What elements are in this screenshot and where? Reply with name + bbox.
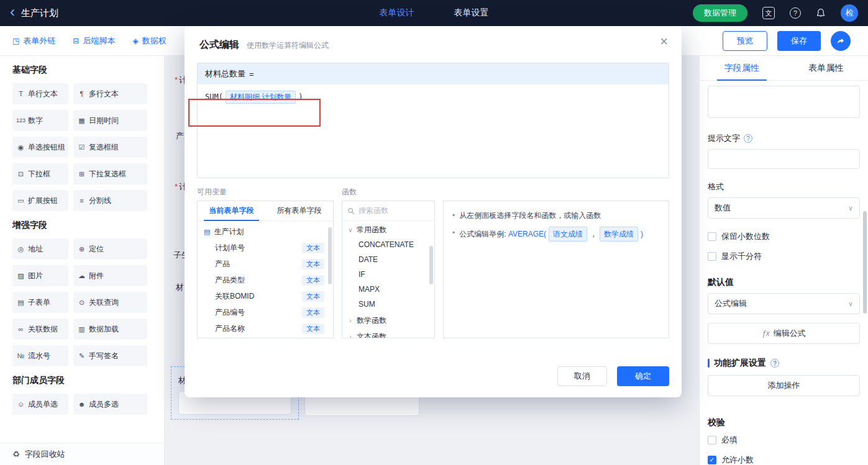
language-icon[interactable]: 文 — [762, 7, 775, 19]
confirm-button[interactable]: 确定 — [617, 366, 669, 386]
required-checkbox-row[interactable]: 必填 — [708, 435, 860, 446]
palette-item-attachment[interactable]: ☁附件 — [73, 265, 147, 286]
allow-decimal-label: 允许小数 — [721, 454, 754, 465]
recycle-bin-label: 字段回收站 — [25, 449, 65, 460]
function-item-if[interactable]: IF — [342, 267, 434, 282]
edit-formula-button[interactable]: ƒx 编辑公式 — [708, 323, 860, 344]
palette-item-signature[interactable]: ✎手写签名 — [73, 345, 147, 366]
variable-name: 产品 — [215, 259, 230, 269]
variable-row[interactable]: 产品文本 — [198, 256, 333, 272]
format-label: 格式 — [708, 181, 860, 192]
variable-name: 产品编号 — [215, 307, 245, 318]
tab-form-design[interactable]: 表单设计 — [380, 7, 414, 19]
variable-row[interactable]: 关联BOMID文本 — [198, 288, 333, 304]
palette-item-image[interactable]: ▨图片 — [12, 265, 68, 286]
variable-row[interactable]: 计划单号文本 — [198, 240, 333, 256]
function-group-math[interactable]: › 数学函数 — [342, 313, 434, 328]
description-box[interactable] — [708, 86, 860, 118]
functions-box: 搜索函数 ∨ 常用函数 CONCATENATE DATE IF MAPX SUM… — [342, 201, 435, 338]
tab-field-properties[interactable]: 字段属性 — [700, 56, 784, 80]
chevron-down-icon: ∨ — [848, 204, 853, 212]
thousand-separator-checkbox-row[interactable]: 显示千分符 — [708, 251, 860, 262]
tab-all-form-fields[interactable]: 所有表单字段 — [265, 201, 333, 220]
save-button[interactable]: 保存 — [777, 31, 821, 51]
palette-item-dropdown-multi[interactable]: ⊞下拉复选框 — [73, 163, 147, 184]
allow-decimal-checkbox[interactable] — [708, 456, 716, 464]
palette-item-label: 数据加载 — [89, 324, 119, 335]
cancel-button[interactable]: 取消 — [557, 366, 607, 386]
function-group-common[interactable]: ∨ 常用函数 — [342, 222, 434, 237]
caret-right-icon: › — [347, 333, 354, 339]
form-external-link-button[interactable]: ◳ 表单外链 — [12, 35, 55, 47]
user-avatar[interactable]: 检 — [841, 4, 858, 22]
palette-item-divider[interactable]: ≡分割线 — [73, 190, 147, 211]
thousand-separator-checkbox[interactable] — [708, 252, 716, 261]
close-icon[interactable]: × — [660, 35, 668, 48]
palette-item-label: 图片 — [28, 271, 43, 281]
variables-tree-root[interactable]: ▤ 生产计划 — [198, 223, 333, 240]
share-button[interactable] — [831, 31, 851, 51]
backend-script-button[interactable]: ⊟ 后端脚本 — [73, 35, 115, 47]
variable-row[interactable]: 产品编号文本 — [198, 304, 333, 320]
function-group-text[interactable]: › 文本函数 — [342, 329, 434, 338]
palette-item-serial-number[interactable]: №流水号 — [12, 345, 68, 366]
tab-current-form-fields[interactable]: 当前表单字段 — [198, 201, 265, 220]
field-recycle-bin[interactable]: ♻ 字段回收站 — [0, 443, 164, 465]
palette-item-linked-data[interactable]: ∞关联数据 — [12, 318, 68, 340]
help-icon[interactable]: ? — [790, 7, 801, 19]
notification-bell-icon[interactable] — [816, 8, 826, 18]
variables-column: 可用变量 当前表单字段 所有表单字段 ▤ 生产计划 计划单号文本 产品文本 产品… — [197, 187, 334, 338]
data-manage-button[interactable]: 数据管理 — [693, 4, 747, 22]
palette-item-address[interactable]: ◎地址 — [12, 238, 68, 260]
data-permission-button[interactable]: ◈ 数据权 — [132, 35, 166, 47]
allow-decimal-checkbox-row[interactable]: 允许小数 — [708, 454, 860, 465]
default-value-select[interactable]: 公式编辑 ∨ — [708, 293, 860, 314]
function-search-input[interactable]: 搜索函数 — [342, 201, 434, 221]
tab-form-settings[interactable]: 表单设置 — [454, 7, 489, 19]
palette-item-location[interactable]: ⊕定位 — [73, 238, 147, 260]
window-scrollbar[interactable] — [863, 211, 867, 314]
palette-item-radio-group[interactable]: ◉单选按钮组 — [12, 137, 68, 158]
keep-decimal-label: 保留小数位数 — [721, 231, 770, 242]
keep-decimal-checkbox-row[interactable]: 保留小数位数 — [708, 231, 860, 242]
variables-tabs: 当前表单字段 所有表单字段 — [198, 201, 333, 221]
function-item-mapx[interactable]: MAPX — [342, 282, 434, 297]
extension-question-icon[interactable]: ? — [770, 359, 779, 368]
document-icon: ▤ — [204, 228, 210, 236]
formula-field-chip[interactable]: 材料明细.计划数量 — [226, 91, 296, 104]
function-item-concatenate[interactable]: CONCATENATE — [342, 237, 434, 252]
palette-item-member-multi[interactable]: ☻成员多选 — [73, 394, 147, 415]
back-icon[interactable]: ‹ — [10, 4, 15, 19]
format-select[interactable]: 数值 ∨ — [708, 197, 860, 219]
functions-scrollbar[interactable] — [429, 246, 433, 284]
palette-item-multi-line-text[interactable]: ¶多行文本 — [73, 83, 147, 104]
palette-item-lookup-query[interactable]: ⊙关联查询 — [73, 292, 147, 313]
variable-row[interactable]: 产品类型文本 — [198, 272, 333, 288]
palette-item-member-single[interactable]: ☺成员单选 — [12, 394, 68, 415]
palette-item-datetime[interactable]: ▦日期时间 — [73, 110, 147, 131]
palette-item-extend-button[interactable]: ▭扩展按钮 — [12, 190, 68, 211]
keep-decimal-checkbox[interactable] — [708, 232, 716, 241]
palette-item-number[interactable]: 123数字 — [12, 110, 68, 131]
palette-item-checkbox-group[interactable]: ☑复选框组 — [73, 137, 147, 158]
image-icon: ▨ — [16, 272, 25, 280]
palette-item-single-line-text[interactable]: T单行文本 — [12, 83, 68, 104]
palette-item-data-load[interactable]: ▥数据加载 — [73, 318, 147, 340]
attachment-cloud-icon: ☁ — [77, 272, 86, 280]
hint-text-input[interactable] — [708, 149, 860, 169]
palette-item-subform[interactable]: ▤子表单 — [12, 292, 68, 313]
variables-scrollbar[interactable] — [328, 227, 332, 284]
formula-input-area[interactable]: SUM(材料明细.计划数量) — [198, 84, 669, 178]
required-checkbox[interactable] — [708, 436, 716, 445]
lookup-search-icon: ⊙ — [77, 299, 86, 307]
hint-question-icon[interactable]: ? — [744, 134, 752, 143]
function-item-date[interactable]: DATE — [342, 252, 434, 267]
add-action-button[interactable]: 添加操作 — [708, 375, 860, 396]
section-title-member-fields: 部门成员字段 — [12, 375, 152, 386]
palette-item-dropdown[interactable]: ⊡下拉框 — [12, 163, 68, 184]
function-item-sum[interactable]: SUM — [342, 297, 434, 312]
tab-form-properties[interactable]: 表单属性 — [784, 56, 868, 80]
variable-row[interactable]: 产品名称文本 — [198, 320, 333, 336]
preview-button[interactable]: 预览 — [723, 31, 767, 51]
field-label-fragment: 产 — [175, 130, 184, 142]
